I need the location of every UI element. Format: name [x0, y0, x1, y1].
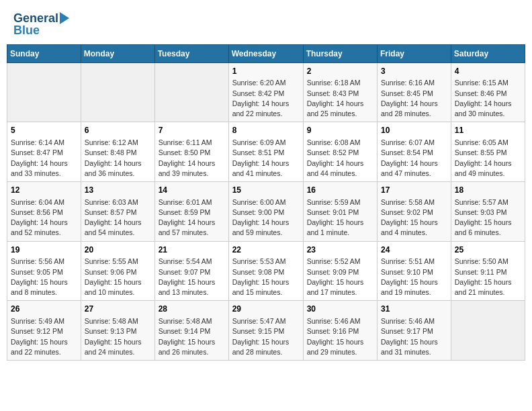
logo: General Blue: [13, 12, 69, 38]
day-number: 8: [232, 125, 300, 136]
calendar-table: SundayMondayTuesdayWednesdayThursdayFrid…: [7, 44, 525, 361]
day-info: Sunrise: 6:15 AMSunset: 8:46 PMDaylight:…: [455, 78, 521, 119]
day-info: Sunrise: 5:59 AMSunset: 9:01 PMDaylight:…: [307, 197, 373, 238]
day-number: 5: [11, 125, 77, 136]
calendar-cell: 5Sunrise: 6:14 AMSunset: 8:47 PMDaylight…: [7, 122, 81, 182]
calendar-cell: 19Sunrise: 5:56 AMSunset: 9:05 PMDayligh…: [7, 241, 81, 301]
day-info: Sunrise: 5:48 AMSunset: 9:14 PMDaylight:…: [159, 316, 225, 357]
day-number: 6: [85, 125, 151, 136]
day-info: Sunrise: 5:50 AMSunset: 9:11 PMDaylight:…: [455, 257, 521, 298]
calendar-week-row: 1Sunrise: 6:20 AMSunset: 8:42 PMDaylight…: [7, 62, 525, 122]
calendar-cell: 13Sunrise: 6:03 AMSunset: 8:57 PMDayligh…: [81, 181, 154, 241]
day-number: 25: [455, 244, 521, 256]
calendar-cell: 20Sunrise: 5:55 AMSunset: 9:06 PMDayligh…: [81, 241, 154, 301]
day-number: 11: [455, 125, 521, 136]
calendar-cell: 7Sunrise: 6:11 AMSunset: 8:50 PMDaylight…: [154, 122, 228, 182]
day-info: Sunrise: 6:01 AMSunset: 8:59 PMDaylight:…: [159, 197, 225, 238]
day-number: 24: [381, 244, 447, 256]
day-number: 13: [85, 185, 151, 196]
calendar-header-thursday: Thursday: [303, 44, 377, 62]
day-number: 21: [159, 244, 225, 256]
calendar-cell: 30Sunrise: 5:46 AMSunset: 9:16 PMDayligh…: [303, 301, 377, 361]
calendar-cell: 18Sunrise: 5:57 AMSunset: 9:03 PMDayligh…: [451, 181, 525, 241]
day-number: 14: [159, 185, 225, 196]
calendar-week-row: 5Sunrise: 6:14 AMSunset: 8:47 PMDaylight…: [7, 122, 525, 182]
calendar-header-friday: Friday: [378, 44, 451, 62]
day-info: Sunrise: 5:46 AMSunset: 9:17 PMDaylight:…: [381, 316, 447, 357]
calendar-header-saturday: Saturday: [451, 44, 525, 62]
day-number: 1: [232, 66, 300, 77]
calendar-cell: 27Sunrise: 5:48 AMSunset: 9:13 PMDayligh…: [81, 301, 154, 361]
day-number: 19: [11, 244, 77, 256]
calendar-cell: [7, 62, 81, 122]
day-info: Sunrise: 5:58 AMSunset: 9:02 PMDaylight:…: [381, 197, 447, 238]
day-info: Sunrise: 6:14 AMSunset: 8:47 PMDaylight:…: [11, 138, 77, 179]
day-info: Sunrise: 5:46 AMSunset: 9:16 PMDaylight:…: [307, 316, 373, 357]
day-info: Sunrise: 6:00 AMSunset: 9:00 PMDaylight:…: [232, 197, 300, 238]
calendar-cell: 9Sunrise: 6:08 AMSunset: 8:52 PMDaylight…: [303, 122, 377, 182]
day-number: 26: [11, 304, 77, 315]
calendar-cell: 8Sunrise: 6:09 AMSunset: 8:51 PMDaylight…: [228, 122, 303, 182]
day-info: Sunrise: 6:05 AMSunset: 8:55 PMDaylight:…: [455, 138, 521, 179]
day-info: Sunrise: 6:20 AMSunset: 8:42 PMDaylight:…: [232, 78, 300, 119]
day-number: 9: [307, 125, 373, 136]
day-info: Sunrise: 5:48 AMSunset: 9:13 PMDaylight:…: [85, 316, 151, 357]
calendar-header-wednesday: Wednesday: [228, 44, 303, 62]
calendar-cell: 14Sunrise: 6:01 AMSunset: 8:59 PMDayligh…: [154, 181, 228, 241]
day-info: Sunrise: 5:56 AMSunset: 9:05 PMDaylight:…: [11, 257, 77, 298]
day-number: 22: [232, 244, 300, 256]
day-number: 7: [159, 125, 225, 136]
day-info: Sunrise: 5:57 AMSunset: 9:03 PMDaylight:…: [455, 197, 521, 238]
day-info: Sunrise: 6:12 AMSunset: 8:48 PMDaylight:…: [85, 138, 151, 179]
day-info: Sunrise: 6:08 AMSunset: 8:52 PMDaylight:…: [307, 138, 373, 179]
calendar-cell: 22Sunrise: 5:53 AMSunset: 9:08 PMDayligh…: [228, 241, 303, 301]
calendar-cell: [451, 301, 525, 361]
day-number: 29: [232, 304, 300, 315]
day-info: Sunrise: 6:11 AMSunset: 8:50 PMDaylight:…: [159, 138, 225, 179]
calendar-cell: 6Sunrise: 6:12 AMSunset: 8:48 PMDaylight…: [81, 122, 154, 182]
calendar-cell: 31Sunrise: 5:46 AMSunset: 9:17 PMDayligh…: [378, 301, 451, 361]
page-header: General Blue: [7, 7, 525, 40]
calendar-cell: 12Sunrise: 6:04 AMSunset: 8:56 PMDayligh…: [7, 181, 81, 241]
calendar-cell: 2Sunrise: 6:18 AMSunset: 8:43 PMDaylight…: [303, 62, 377, 122]
calendar-cell: 23Sunrise: 5:52 AMSunset: 9:09 PMDayligh…: [303, 241, 377, 301]
day-number: 27: [85, 304, 151, 315]
logo-blue-text: Blue: [13, 24, 40, 38]
day-number: 28: [159, 304, 225, 315]
day-info: Sunrise: 6:09 AMSunset: 8:51 PMDaylight:…: [232, 138, 300, 179]
logo-arrow-icon: [60, 12, 69, 24]
day-number: 17: [381, 185, 447, 196]
day-number: 30: [307, 304, 373, 315]
day-info: Sunrise: 5:47 AMSunset: 9:15 PMDaylight:…: [232, 316, 300, 357]
day-number: 3: [381, 66, 447, 77]
calendar-cell: 16Sunrise: 5:59 AMSunset: 9:01 PMDayligh…: [303, 181, 377, 241]
day-info: Sunrise: 6:16 AMSunset: 8:45 PMDaylight:…: [381, 78, 447, 119]
calendar-cell: 4Sunrise: 6:15 AMSunset: 8:46 PMDaylight…: [451, 62, 525, 122]
day-info: Sunrise: 6:04 AMSunset: 8:56 PMDaylight:…: [11, 197, 77, 238]
calendar-header-row: SundayMondayTuesdayWednesdayThursdayFrid…: [7, 44, 525, 62]
day-info: Sunrise: 5:49 AMSunset: 9:12 PMDaylight:…: [11, 316, 77, 357]
calendar-header-tuesday: Tuesday: [154, 44, 228, 62]
calendar-cell: 29Sunrise: 5:47 AMSunset: 9:15 PMDayligh…: [228, 301, 303, 361]
calendar-cell: 26Sunrise: 5:49 AMSunset: 9:12 PMDayligh…: [7, 301, 81, 361]
calendar-header-sunday: Sunday: [7, 44, 81, 62]
calendar-cell: 1Sunrise: 6:20 AMSunset: 8:42 PMDaylight…: [228, 62, 303, 122]
calendar-header-monday: Monday: [81, 44, 154, 62]
calendar-cell: [154, 62, 228, 122]
calendar-cell: 17Sunrise: 5:58 AMSunset: 9:02 PMDayligh…: [378, 181, 451, 241]
day-info: Sunrise: 5:51 AMSunset: 9:10 PMDaylight:…: [381, 257, 447, 298]
day-number: 12: [11, 185, 77, 196]
calendar-cell: 3Sunrise: 6:16 AMSunset: 8:45 PMDaylight…: [378, 62, 451, 122]
calendar-week-row: 19Sunrise: 5:56 AMSunset: 9:05 PMDayligh…: [7, 241, 525, 301]
day-number: 2: [307, 66, 373, 77]
calendar-week-row: 26Sunrise: 5:49 AMSunset: 9:12 PMDayligh…: [7, 301, 525, 361]
day-number: 20: [85, 244, 151, 256]
calendar-cell: 10Sunrise: 6:07 AMSunset: 8:54 PMDayligh…: [378, 122, 451, 182]
day-number: 18: [455, 185, 521, 196]
day-number: 23: [307, 244, 373, 256]
day-number: 4: [455, 66, 521, 77]
calendar-week-row: 12Sunrise: 6:04 AMSunset: 8:56 PMDayligh…: [7, 181, 525, 241]
calendar-cell: 21Sunrise: 5:54 AMSunset: 9:07 PMDayligh…: [154, 241, 228, 301]
calendar-cell: 25Sunrise: 5:50 AMSunset: 9:11 PMDayligh…: [451, 241, 525, 301]
day-info: Sunrise: 5:55 AMSunset: 9:06 PMDaylight:…: [85, 257, 151, 298]
